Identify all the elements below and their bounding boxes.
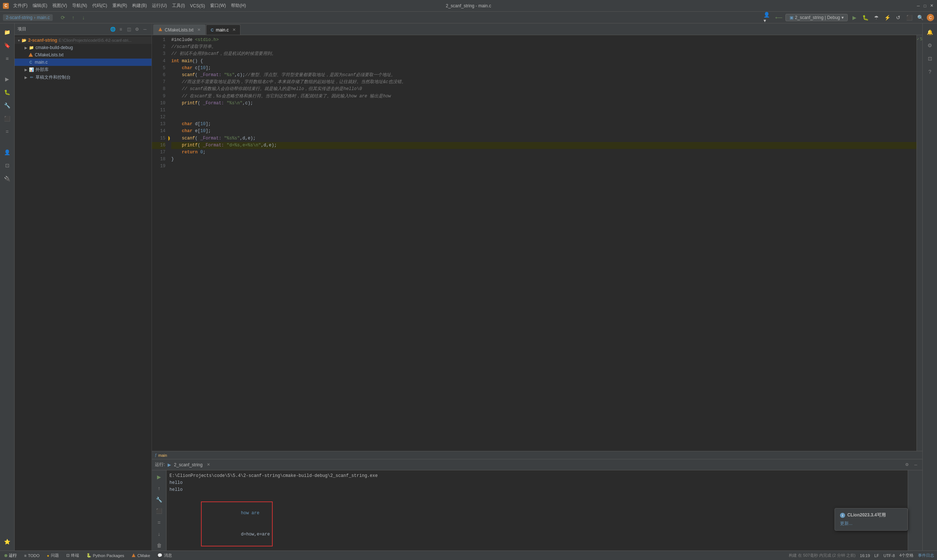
menu-bar: 文件(F) 编辑(E) 视图(V) 导航(N) 代码(C) 重构(R) 构建(B… [11, 2, 248, 9]
right-icon-settings[interactable]: ⚙ [924, 40, 936, 51]
sidebar-icon-plugin[interactable]: 🔌 [2, 173, 13, 185]
breadcrumb[interactable]: 2-scanf-string › main.c [3, 14, 53, 21]
bottom-tab-python-packages[interactable]: 🐍 Python Packages [85, 552, 126, 558]
bottom-tab-terminal[interactable]: ⊡ 终端 [65, 552, 80, 559]
tree-item-cmake-build[interactable]: ▶ 📁 cmake-build-debug [15, 44, 152, 51]
run-wrench-icon[interactable]: 🔧 [153, 495, 165, 505]
menu-run[interactable]: 运行(U) [150, 2, 169, 9]
menu-nav[interactable]: 导航(N) [70, 2, 89, 9]
code-editor: 12345 678910 1112131415 16171819 #includ… [152, 35, 922, 451]
project-panel-actions: 🌐 ≡ ◫ ⚙ ─ [109, 26, 149, 33]
sidebar-icon-terminal[interactable]: ⊡ [2, 160, 13, 171]
right-icon-notifications[interactable]: 🔔 [924, 26, 936, 38]
tree-item-scratch[interactable]: ▶ ✏ 草稿文件和控制台 [15, 74, 152, 81]
run-arrow-down-icon[interactable]: ↓ [153, 529, 165, 539]
sidebar-icon-wrench[interactable]: 🔧 [2, 100, 13, 111]
run-exec-path: E:\ClionProjects\code\5\5.4\2-scanf-stri… [169, 472, 905, 480]
sidebar-icon-structure[interactable]: ≡ [2, 53, 13, 65]
panel-collapse-icon[interactable]: ◫ [125, 26, 132, 33]
sidebar-icon-bookmark[interactable]: 🔖 [2, 40, 13, 51]
rerun-button[interactable]: ↺ [894, 13, 903, 22]
panel-minimize-icon[interactable]: ─ [141, 26, 149, 33]
run-button[interactable]: ▶ [850, 13, 859, 22]
stop-button[interactable]: ⬛ [905, 13, 914, 22]
search-button[interactable]: 🔍 [916, 13, 925, 22]
tab-mainc-close[interactable]: ✕ [232, 28, 236, 32]
run-trash-icon[interactable]: 🗑 [153, 541, 165, 551]
tree-cmakelists-icon [28, 52, 34, 58]
menu-help[interactable]: 帮助(H) [229, 2, 248, 9]
menu-vcs[interactable]: VCS(S) [188, 3, 207, 9]
run-scroll-up-icon[interactable]: ↑ [153, 483, 165, 493]
main-layout: 📁 🔖 ≡ ▶ 🐛 🔧 ⬛ = 👤 ⊡ 🔌 ⭐ 项目 🌐 ≡ ◫ ⚙ ─ ▾ [0, 23, 937, 551]
back-button[interactable]: ⟵ [774, 13, 783, 22]
tree-item-extlib[interactable]: ▶ 📊 外部库 [15, 66, 152, 74]
bottom-tab-todo-label: TODO [28, 554, 40, 558]
sidebar-icon-run[interactable]: ▶ [2, 73, 13, 85]
tree-root-folder-icon: 📂 [21, 37, 27, 43]
code-line-6: scanf( _Format: "%s",c);//整型、浮点型、字符型变量都要… [171, 72, 917, 79]
bottom-tab-messages[interactable]: 💬 消息 [156, 552, 174, 559]
right-icon-help[interactable]: ? [924, 66, 936, 78]
minimize-button[interactable]: ─ [916, 3, 921, 8]
run-config-selector[interactable]: ▣ 2_scanf_string | Debug ▾ [785, 14, 848, 21]
sidebar-icon-step[interactable]: = [2, 126, 13, 138]
bottom-tab-cmake[interactable]: CMake [130, 553, 152, 558]
run-step-icon[interactable]: = [153, 517, 165, 528]
menu-file[interactable]: 文件(F) [11, 2, 30, 9]
run-config-dropdown-icon: ▾ [842, 15, 844, 20]
code-content[interactable]: #include <stdio.h> //scanf读取字符串。 // 初试不会… [168, 35, 917, 451]
run-panel-settings-icon[interactable]: ⚙ [903, 461, 911, 469]
profile-icon-button[interactable]: C [927, 14, 934, 21]
profile-run-button[interactable]: ⚡ [883, 13, 892, 22]
bottom-tab-todo[interactable]: ≡ TODO [23, 553, 41, 558]
run-rerun-icon[interactable]: ▶ [153, 472, 165, 482]
tree-mainc-icon: C [28, 59, 34, 65]
notif-update-link[interactable]: 更新... [840, 520, 902, 527]
tree-item-root[interactable]: ▾ 📂 2-scanf-string E:\ClionProjects\code… [15, 37, 152, 44]
menu-code[interactable]: 代码(C) [90, 2, 109, 9]
tab-mainc-label: main.c [216, 28, 229, 32]
tree-scratch-name: 草稿文件和控制台 [35, 74, 71, 80]
sync-button[interactable]: ⟳ [58, 13, 67, 22]
menu-window[interactable]: 窗口(W) [208, 2, 228, 9]
panel-globe-icon[interactable]: 🌐 [109, 26, 116, 33]
profile-button[interactable]: 👤 ▾ [763, 13, 772, 22]
panel-settings-icon[interactable]: ⚙ [133, 26, 140, 33]
panel-list-icon[interactable]: ≡ [117, 26, 125, 33]
notif-info-icon: i [840, 513, 845, 518]
close-button[interactable]: ✕ [929, 3, 934, 8]
tab-cmakelists[interactable]: CMakeLists.txt ✕ [153, 25, 205, 35]
bottom-tab-issues[interactable]: ● 问题 [45, 552, 60, 559]
sidebar-icon-stop[interactable]: ⬛ [2, 113, 13, 125]
menu-edit[interactable]: 编辑(E) [31, 2, 49, 9]
status-event-log[interactable]: 事件日志 [918, 553, 934, 558]
sidebar-icon-debug[interactable]: 🐛 [2, 86, 13, 98]
tree-item-cmakelists[interactable]: CMakeLists.txt [15, 51, 152, 58]
editor-gutter-right: ✓ ✓ 5 5 [917, 35, 922, 451]
sidebar-icon-project[interactable]: 📁 [2, 26, 13, 38]
menu-view[interactable]: 视图(V) [50, 2, 69, 9]
notif-title: CLion2023.3.4可用 [847, 512, 886, 518]
tab-cmakelists-close[interactable]: ✕ [197, 28, 201, 32]
up-button[interactable]: ↑ [69, 13, 78, 22]
tree-item-mainc[interactable]: C main.c [15, 58, 152, 66]
code-line-18: } [171, 156, 917, 163]
code-line-13: char d[10]; [171, 121, 917, 128]
cmake-icon [131, 554, 136, 558]
maximize-button[interactable]: □ [922, 3, 928, 8]
tab-mainc[interactable]: C main.c ✕ [206, 25, 240, 35]
sidebar-icon-star[interactable]: ⭐ [2, 536, 13, 548]
menu-build[interactable]: 构建(B) [130, 2, 149, 9]
menu-refactor[interactable]: 重构(R) [110, 2, 129, 9]
menu-tools[interactable]: 工具(I) [170, 2, 187, 9]
coverage-button[interactable]: ☂ [872, 13, 881, 22]
sidebar-icon-person[interactable]: 👤 [2, 146, 13, 158]
down-button[interactable]: ↓ [79, 13, 88, 22]
right-icon-layout[interactable]: ⊡ [924, 53, 936, 65]
run-panel-close[interactable]: ✕ [207, 462, 210, 467]
run-stop-icon[interactable]: ⬛ [153, 506, 165, 516]
run-panel-close-icon[interactable]: ─ [912, 461, 919, 469]
debug-button[interactable]: 🐛 [861, 13, 870, 22]
bottom-tab-run[interactable]: 运行 [3, 552, 18, 559]
